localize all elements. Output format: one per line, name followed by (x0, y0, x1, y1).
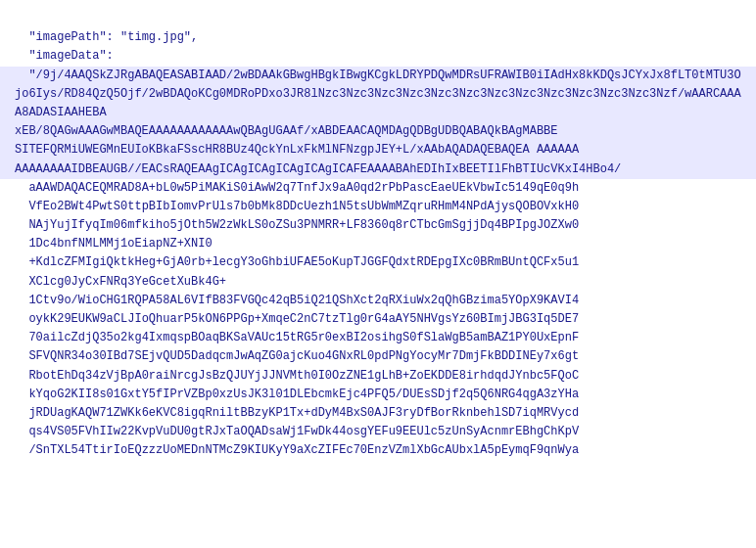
code-line-15: kYqoG2KII8s01GxtY5fIPrVZBp0xzUsJK3l01DLE… (15, 386, 741, 404)
code-line-7: 1Dc4bnfNMLMMj1oEiapNZ+XNI0 (15, 235, 741, 253)
code-line-6: NAjYujIfyqIm06mfkiho5jOth5W2zWkLS0oZSu3P… (15, 216, 741, 235)
code-line-8: +KdlcZFMIgiQktkHeg+GjA0rb+lecgY3oGhbiUFA… (15, 253, 741, 272)
code-line-17: qs4VS05FVhIIw22KvpVuDU0gtRJxTaOQADsaWj1F… (15, 423, 741, 441)
code-line-1: "imagePath": "timg.jpg", (15, 28, 741, 47)
code-line-14: RbotEhDq34zVjBpA0raiNrcgJsBzQJUYjJJNVMth… (15, 367, 741, 386)
code-line-16: jRDUagKAQW71ZWKk6eKVC8igqRniltBBzyKP1Tx+… (15, 404, 741, 423)
code-line-9: XClcg0JyCxFNRq3YeGcetXuBk4G+ (15, 273, 741, 292)
code-block: "imagePath": "timg.jpg", "imageData": "/… (15, 10, 741, 461)
code-line-11: oykK29EUKW9aCLJIoQhuarP5kON6PPGp+XmqeC2n… (15, 310, 741, 329)
code-line-5: VfEo2BWt4PwtS0ttpBIbIomvPrUls7b0bMk8DDcU… (15, 198, 741, 216)
code-line-2: "imageData": (15, 47, 741, 66)
code-line-3: "/9j/4AAQSkZJRgABAQEASABIAAD/2wBDAAkGBwg… (0, 67, 756, 179)
code-line-12: 70ailcZdjQ35o2kg4IxmqspBOaqBKSaVAUc15tRG… (15, 329, 741, 347)
code-line-10: 1Ctv9o/WioCHG1RQPA58AL6VIfB83FVGQc42qB5i… (15, 292, 741, 310)
code-line-18: /SnTXL54TtirIoEQzzzUoMEDnNTMcZ9KIUKyY9aX… (15, 441, 741, 460)
code-line-13: SFVQNR34o30IBd7SEjvQUD5DadqcmJwAqZG0ajcK… (15, 347, 741, 366)
code-line-4: aAAWDAQACEQMRAD8A+bL0w5PiMAKiS0iAwW2q7Tn… (15, 179, 741, 198)
